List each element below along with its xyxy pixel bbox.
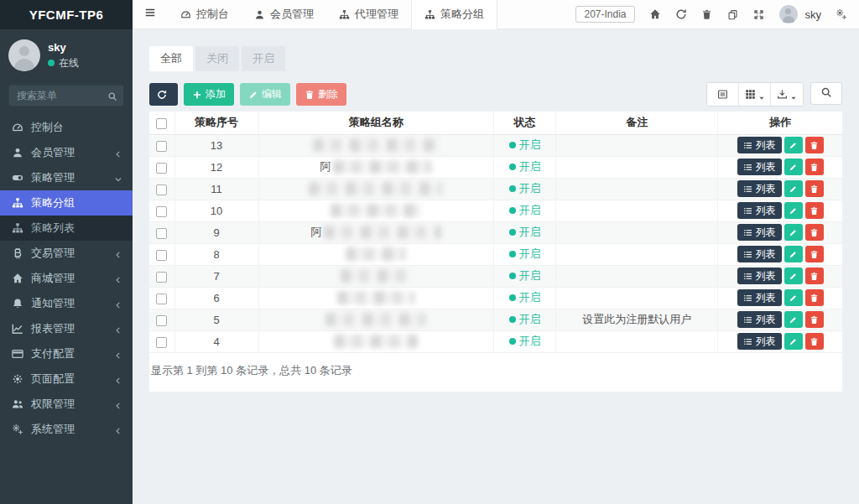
topnav-avatar[interactable]: [779, 5, 798, 23]
table-row: 4开启列表: [149, 330, 842, 352]
filter-tab-closed[interactable]: 关闭: [195, 46, 239, 71]
status-badge: 开启: [509, 138, 541, 153]
sidebar-item-payment[interactable]: 支付配置: [0, 341, 133, 366]
row-delete-button[interactable]: [805, 333, 824, 350]
filter-tab-open[interactable]: 开启: [242, 46, 285, 71]
row-edit-button[interactable]: [784, 333, 803, 350]
row-edit-button[interactable]: [784, 180, 803, 197]
sidebar-item-system[interactable]: 系统管理: [0, 417, 133, 442]
sidebar-item-trade[interactable]: 交易管理: [0, 241, 133, 266]
row-checkbox[interactable]: [156, 141, 167, 152]
topnav-tab-agents[interactable]: 代理管理: [326, 0, 411, 29]
row-list-button[interactable]: 列表: [737, 311, 782, 328]
home-icon[interactable]: [649, 8, 661, 20]
redacted-name-blur: [333, 160, 432, 174]
topnav-tab-strategy-groups[interactable]: 策略分组: [411, 0, 497, 29]
column-header-status[interactable]: 状态: [493, 112, 555, 134]
status-badge: 开启: [509, 247, 541, 262]
row-delete-button[interactable]: [805, 180, 824, 197]
topnav-username[interactable]: sky: [805, 8, 822, 21]
user-icon: [254, 9, 265, 20]
column-header-remark[interactable]: 备注: [556, 112, 718, 134]
list-icon: [743, 315, 752, 325]
row-delete-button[interactable]: [805, 246, 824, 262]
row-delete-button[interactable]: [805, 137, 824, 153]
row-checkbox[interactable]: [156, 315, 167, 326]
row-delete-button[interactable]: [805, 158, 824, 175]
columns-dropdown-button[interactable]: [739, 83, 771, 106]
row-checkbox[interactable]: [156, 206, 167, 217]
row-delete-button[interactable]: [805, 202, 824, 219]
table-search-button[interactable]: [810, 82, 842, 105]
select-all-checkbox[interactable]: [156, 118, 167, 129]
row-checkbox[interactable]: [156, 250, 167, 261]
row-remark: [556, 330, 718, 352]
row-list-button[interactable]: 列表: [737, 289, 782, 306]
row-checkbox[interactable]: [156, 337, 167, 348]
column-header-id[interactable]: 策略序号: [174, 112, 258, 134]
row-remark: [556, 178, 718, 200]
row-edit-button[interactable]: [784, 158, 803, 175]
row-edit-button[interactable]: [784, 311, 803, 328]
list-icon: [743, 163, 752, 172]
row-delete-button[interactable]: [805, 311, 824, 328]
row-checkbox[interactable]: [156, 163, 167, 174]
edit-button[interactable]: 编辑: [240, 83, 290, 106]
sidebar-item-pages[interactable]: 页面配置: [0, 366, 133, 392]
row-list-button[interactable]: 列表: [737, 268, 782, 284]
table-row: 10开启列表: [149, 200, 842, 221]
pencil-icon: [789, 163, 798, 172]
trash-icon[interactable]: [701, 8, 713, 20]
add-button[interactable]: 添加: [184, 83, 234, 106]
node-badge[interactable]: 207-India: [575, 6, 634, 23]
row-edit-button[interactable]: [784, 268, 803, 284]
sidebar-item-label: 会员管理: [31, 145, 114, 160]
row-edit-button[interactable]: [784, 202, 803, 219]
refresh-button[interactable]: [149, 83, 178, 106]
sidebar-item-strategy-groups[interactable]: 策略分组: [0, 190, 133, 216]
sidebar-item-label: 系统管理: [31, 422, 114, 437]
status-badge: 开启: [509, 290, 541, 305]
delete-button[interactable]: 删除: [296, 83, 346, 106]
expand-icon[interactable]: [753, 8, 765, 20]
row-checkbox[interactable]: [156, 228, 167, 239]
sidebar-item-strategy[interactable]: 策略管理: [0, 165, 133, 190]
sidebar-item-strategy-list[interactable]: 策略列表: [0, 216, 133, 241]
row-edit-button[interactable]: [784, 246, 803, 262]
trash-icon: [810, 206, 819, 216]
sidebar-item-mall[interactable]: 商城管理: [0, 266, 133, 291]
topnav-tab-members[interactable]: 会员管理: [242, 0, 326, 29]
pencil-icon: [789, 315, 798, 325]
view-toggle-button[interactable]: [707, 83, 739, 106]
filter-tab-all[interactable]: 全部: [149, 46, 193, 71]
row-checkbox[interactable]: [156, 294, 167, 304]
sidebar-item-notify[interactable]: 通知管理: [0, 291, 133, 316]
row-list-button[interactable]: 列表: [737, 158, 782, 175]
sidebar-toggle-icon[interactable]: [133, 7, 168, 22]
column-header-name[interactable]: 策略组名称: [258, 112, 493, 134]
cogs-icon[interactable]: [836, 8, 847, 20]
sidebar-item-permissions[interactable]: 权限管理: [0, 392, 133, 417]
row-list-button[interactable]: 列表: [737, 180, 782, 197]
row-delete-button[interactable]: [805, 289, 824, 306]
refresh-icon[interactable]: [675, 8, 687, 20]
row-checkbox[interactable]: [156, 184, 167, 195]
row-delete-button[interactable]: [805, 224, 824, 241]
row-edit-button[interactable]: [784, 137, 803, 153]
row-list-button[interactable]: 列表: [737, 333, 782, 350]
row-edit-button[interactable]: [784, 289, 803, 306]
row-edit-button[interactable]: [784, 224, 803, 241]
row-list-button[interactable]: 列表: [737, 246, 782, 262]
sidebar-item-members[interactable]: 会员管理: [0, 140, 133, 165]
sidebar-item-dashboard[interactable]: 控制台: [0, 115, 133, 140]
sidebar-item-reports[interactable]: 报表管理: [0, 316, 133, 341]
topnav-tab-dashboard[interactable]: 控制台: [168, 0, 242, 29]
top-navbar: 控制台 会员管理 代理管理 策略分组 207-India: [133, 0, 859, 29]
row-list-button[interactable]: 列表: [737, 224, 782, 241]
row-list-button[interactable]: 列表: [737, 137, 782, 153]
row-delete-button[interactable]: [805, 268, 824, 284]
row-list-button[interactable]: 列表: [737, 202, 782, 219]
copy-icon[interactable]: [727, 8, 739, 20]
row-checkbox[interactable]: [156, 272, 167, 283]
export-dropdown-button[interactable]: [771, 83, 803, 106]
